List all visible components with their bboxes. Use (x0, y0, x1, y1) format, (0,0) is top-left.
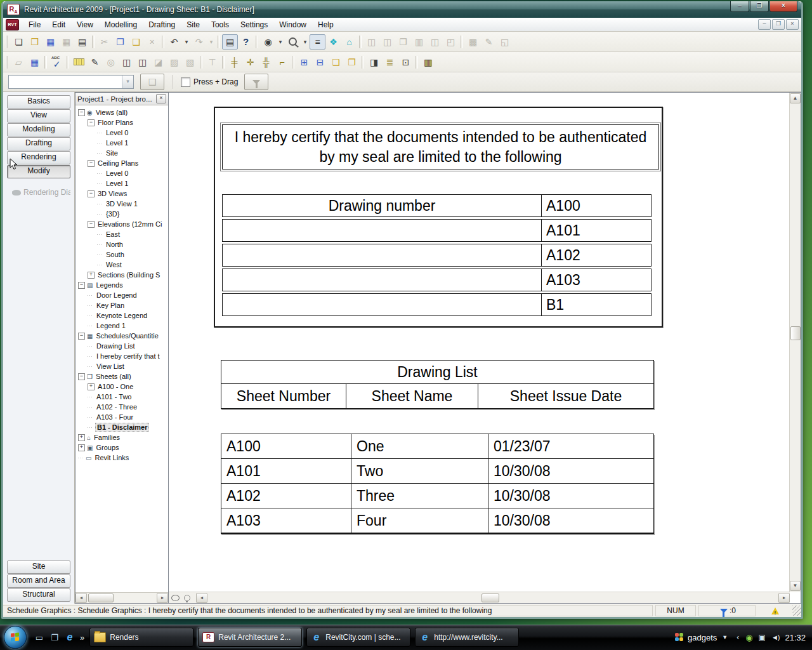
properties-button[interactable]: ❑ (140, 74, 164, 90)
tree-expander[interactable] (88, 366, 93, 367)
tree-expander[interactable] (88, 427, 93, 428)
tree-item[interactable]: B1 - Disclaimer (75, 422, 168, 432)
pin-icon[interactable]: ✎ (481, 34, 497, 50)
toolbar-separator[interactable] (256, 36, 258, 48)
tree-item[interactable]: 3D View 1 (75, 199, 168, 209)
menu-item[interactable]: View (71, 19, 99, 30)
tree-expander[interactable] (78, 458, 84, 458)
steering-wheel-icon[interactable] (171, 595, 180, 601)
undo-dropdown-icon[interactable]: ▾ (182, 34, 191, 50)
tree-item[interactable]: − Elevations (12mm Ci (75, 219, 168, 229)
split-icon[interactable]: ✛ (242, 55, 258, 70)
tree-item[interactable]: + A100 - One (75, 381, 168, 392)
tree-item[interactable]: Door Legend (75, 290, 168, 300)
wheel-dropdown-icon[interactable]: ▾ (276, 34, 285, 50)
toolbar-separator[interactable] (67, 56, 69, 69)
redo-dropdown-icon[interactable]: ▾ (207, 34, 216, 50)
scroll-thumb[interactable] (481, 594, 499, 602)
menu-item[interactable]: Drafting (143, 19, 181, 30)
tree-expander[interactable]: − (88, 119, 95, 126)
context-help-icon[interactable]: ? (238, 34, 254, 50)
tree-expander[interactable]: − (78, 109, 85, 116)
tree-item[interactable]: Keynote Legend (75, 310, 168, 321)
tree-item[interactable]: + ▣ Groups (75, 442, 168, 453)
tree-item[interactable]: A101 - Two (75, 392, 168, 402)
menu-item[interactable]: Help (312, 19, 339, 30)
taskbar-button[interactable]: http://www.revitcity... (415, 628, 519, 647)
toolbar-separator[interactable] (162, 36, 164, 48)
tree-expander[interactable] (97, 214, 103, 215)
update-status-icon[interactable]: ◉ (745, 633, 752, 642)
tree-expander[interactable] (97, 244, 103, 245)
tree-expander[interactable]: − (78, 282, 85, 289)
match-type-icon[interactable]: ✎ (87, 55, 103, 70)
sheet-ops-icon[interactable]: ❐ (395, 34, 411, 50)
split-walls-icon[interactable]: ◫ (119, 55, 134, 70)
warning-indicator[interactable] (758, 606, 792, 616)
tree-expander[interactable] (97, 255, 103, 255)
attach-icon[interactable]: ◨ (366, 55, 382, 70)
tree-item[interactable]: {3D} (75, 209, 168, 219)
chevron-icon[interactable]: » (80, 633, 84, 642)
menu-item[interactable]: File (23, 19, 46, 30)
toolbar-grip[interactable] (6, 56, 8, 69)
tree-expander[interactable] (97, 143, 103, 143)
tree-item[interactable]: Level 0 (75, 168, 168, 178)
tree-item[interactable]: − ▤ Legends (75, 280, 168, 290)
tree-item[interactable]: − Ceiling Plans (75, 158, 168, 168)
tree-item[interactable]: − ▦ Schedules/Quantitie (75, 331, 168, 341)
graph-icon[interactable]: ▥ (420, 55, 436, 70)
toolbar-separator[interactable] (362, 56, 364, 69)
cope-icon[interactable]: ▨ (166, 55, 182, 70)
drawing-canvas[interactable]: I hereby certify that the documents inte… (169, 92, 801, 604)
design-options-icon[interactable]: ▩ (465, 34, 481, 50)
paste-icon[interactable]: ❑ (128, 34, 144, 50)
tree-item[interactable]: − ◉ Views (all) (75, 107, 168, 117)
canvas-horizontal-scrollbar[interactable]: ◂ ▸ (169, 592, 790, 603)
paint-icon[interactable]: ◎ (103, 55, 119, 70)
drawing-list-table[interactable]: A100 One 01/23/07 A101 Two 10/30/08 A102 (221, 434, 654, 534)
tree-expander[interactable] (88, 346, 93, 347)
tree-expander[interactable] (88, 315, 93, 316)
group-icon[interactable]: ⊞ (296, 55, 312, 70)
design-bar-tab[interactable]: View (7, 109, 70, 123)
menu-item[interactable]: Window (273, 19, 312, 30)
toolbar-separator[interactable] (200, 56, 202, 69)
toolbar-separator[interactable] (218, 36, 220, 48)
group-exclude-icon[interactable]: ❐ (344, 55, 360, 70)
type-selector-combo[interactable]: ▾ (8, 75, 134, 89)
taskbar-button[interactable]: Renders (89, 628, 193, 647)
array-icon[interactable]: ◫ (379, 34, 395, 50)
tree-expander[interactable] (88, 397, 93, 397)
ungroup-icon[interactable]: ⊟ (312, 55, 328, 70)
scroll-right-icon[interactable]: ▸ (157, 593, 168, 603)
mdi-restore-icon[interactable]: ❐ (772, 19, 785, 30)
delete-icon[interactable]: × (144, 34, 160, 50)
design-bar-tab[interactable]: Site (7, 560, 70, 574)
show-desktop-icon[interactable]: ▭ (33, 631, 46, 644)
scroll-right-icon[interactable]: ▸ (778, 593, 790, 603)
tree-item[interactable]: North (75, 239, 168, 249)
restore-icon[interactable]: ❐ (750, 1, 769, 12)
tree-expander[interactable] (88, 326, 93, 326)
certify-schedule[interactable]: I hereby certify that the documents inte… (214, 107, 663, 328)
start-button[interactable] (4, 626, 27, 649)
tree-expander[interactable]: + (88, 272, 95, 279)
toolbar-separator[interactable] (92, 36, 95, 48)
tree-item[interactable]: Key Plan (75, 300, 168, 310)
view-list-icon[interactable]: ≡ (310, 34, 325, 50)
close-icon[interactable]: × (156, 94, 166, 103)
chevron-down-icon[interactable]: ▼ (722, 634, 728, 640)
press-drag-checkbox[interactable] (181, 77, 190, 87)
manage-links-icon[interactable]: ◱ (497, 34, 513, 50)
tree-expander[interactable] (88, 417, 93, 418)
tree-item[interactable]: West (75, 260, 168, 270)
toolbar-separator[interactable] (222, 56, 225, 69)
scroll-track[interactable] (207, 593, 778, 602)
tree-expander[interactable] (88, 407, 93, 408)
tree-item[interactable]: + ⌂ Families (75, 432, 168, 442)
save-icon[interactable]: ▦ (43, 34, 58, 50)
scroll-left-icon[interactable]: ◂ (196, 593, 207, 603)
network-icon[interactable]: ▣ (759, 633, 766, 642)
cut-icon[interactable]: ✂ (96, 34, 112, 50)
